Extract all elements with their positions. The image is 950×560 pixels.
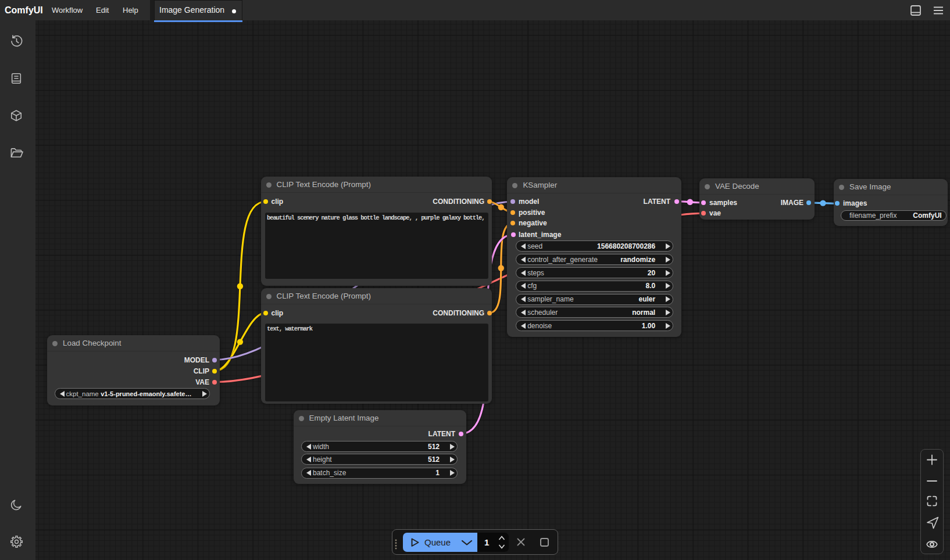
svg-text:Queue: Queue xyxy=(424,537,451,547)
